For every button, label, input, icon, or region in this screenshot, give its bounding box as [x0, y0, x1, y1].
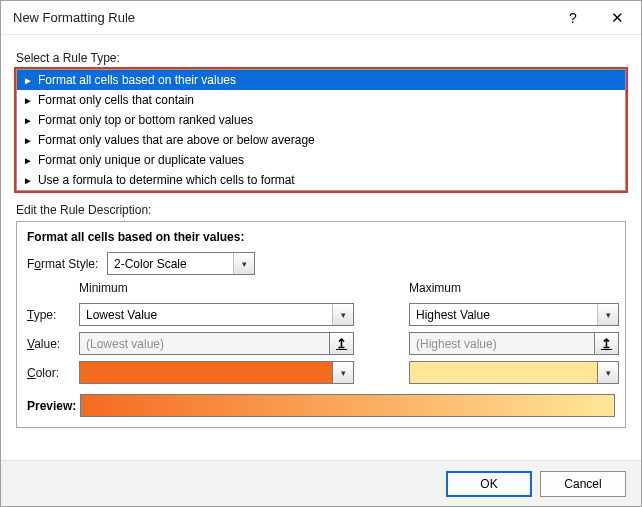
rule-type-item[interactable]: ► Use a formula to determine which cells… — [17, 170, 625, 190]
max-value-ref-button[interactable]: ↥ — [595, 332, 619, 355]
min-value-wrap: (Lowest value) ↥ — [79, 332, 354, 355]
arrow-icon: ► — [23, 155, 33, 166]
min-value-ref-button[interactable]: ↥ — [330, 332, 354, 355]
window-title: New Formatting Rule — [13, 10, 551, 25]
desc-heading: Format all cells based on their values: — [27, 230, 615, 244]
dialog-body: Select a Rule Type: ► Format all cells b… — [1, 35, 641, 428]
rule-type-label: Select a Rule Type: — [16, 51, 626, 65]
rule-type-item[interactable]: ► Format all cells based on their values — [17, 70, 625, 90]
rule-type-text: Format only unique or duplicate values — [38, 153, 244, 167]
collapse-dialog-icon: ↥ — [336, 337, 347, 350]
arrow-icon: ► — [23, 115, 33, 126]
arrow-icon: ► — [23, 95, 33, 106]
rule-type-text: Format all cells based on their values — [38, 73, 236, 87]
preview-row: Preview: — [27, 394, 615, 417]
collapse-dialog-icon: ↥ — [601, 337, 612, 350]
cancel-button[interactable]: Cancel — [540, 471, 626, 497]
min-type-combo[interactable]: Lowest Value ▾ — [79, 303, 354, 326]
min-value-placeholder: (Lowest value) — [80, 337, 329, 351]
help-button[interactable]: ? — [551, 3, 595, 33]
max-type-combo[interactable]: Highest Value ▾ — [409, 303, 619, 326]
preview-label: Preview: — [27, 399, 76, 413]
chevron-down-icon: ▾ — [598, 361, 619, 384]
dialog-footer: OK Cancel — [1, 460, 641, 506]
minimum-header: Minimum — [79, 281, 354, 295]
rule-type-text: Format only values that are above or bel… — [38, 133, 315, 147]
rule-type-list[interactable]: ► Format all cells based on their values… — [16, 69, 626, 191]
min-color-swatch — [79, 361, 333, 384]
type-row-label: Type: — [27, 308, 72, 322]
new-formatting-rule-dialog: New Formatting Rule ? ✕ Select a Rule Ty… — [0, 0, 642, 507]
color-row-label: Color: — [27, 366, 72, 380]
arrow-icon: ► — [23, 175, 33, 186]
max-color-swatch — [409, 361, 598, 384]
rule-description-box: Format all cells based on their values: … — [16, 221, 626, 428]
rule-type-text: Use a formula to determine which cells t… — [38, 173, 295, 187]
chevron-down-icon: ▾ — [597, 304, 618, 325]
rule-type-item[interactable]: ► Format only top or bottom ranked value… — [17, 110, 625, 130]
max-type-value: Highest Value — [410, 308, 597, 322]
max-value-placeholder: (Highest value) — [410, 337, 594, 351]
format-style-value: 2-Color Scale — [108, 257, 233, 271]
minmax-grid: Minimum Maximum Type: Lowest Value ▾ Hig… — [27, 281, 615, 384]
rule-type-item[interactable]: ► Format only cells that contain — [17, 90, 625, 110]
max-value-input[interactable]: (Highest value) — [409, 332, 595, 355]
rule-type-text: Format only top or bottom ranked values — [38, 113, 253, 127]
close-button[interactable]: ✕ — [595, 3, 639, 33]
rule-type-item[interactable]: ► Format only unique or duplicate values — [17, 150, 625, 170]
chevron-down-icon: ▾ — [233, 253, 254, 274]
value-row-label: Value: — [27, 337, 72, 351]
chevron-down-icon: ▾ — [333, 361, 354, 384]
edit-description-label: Edit the Rule Description: — [16, 203, 626, 217]
format-style-label: Format Style: — [27, 257, 107, 271]
min-type-value: Lowest Value — [80, 308, 332, 322]
maximum-header: Maximum — [409, 281, 619, 295]
arrow-icon: ► — [23, 75, 33, 86]
rule-type-item[interactable]: ► Format only values that are above or b… — [17, 130, 625, 150]
title-bar: New Formatting Rule ? ✕ — [1, 1, 641, 35]
max-color-combo[interactable]: ▾ — [409, 361, 619, 384]
min-value-input[interactable]: (Lowest value) — [79, 332, 330, 355]
preview-bar — [80, 394, 615, 417]
ok-button[interactable]: OK — [446, 471, 532, 497]
max-value-wrap: (Highest value) ↥ — [409, 332, 619, 355]
format-style-combo[interactable]: 2-Color Scale ▾ — [107, 252, 255, 275]
min-color-combo[interactable]: ▾ — [79, 361, 354, 384]
rule-type-text: Format only cells that contain — [38, 93, 194, 107]
format-style-row: Format Style: 2-Color Scale ▾ — [27, 252, 615, 275]
chevron-down-icon: ▾ — [332, 304, 353, 325]
arrow-icon: ► — [23, 135, 33, 146]
